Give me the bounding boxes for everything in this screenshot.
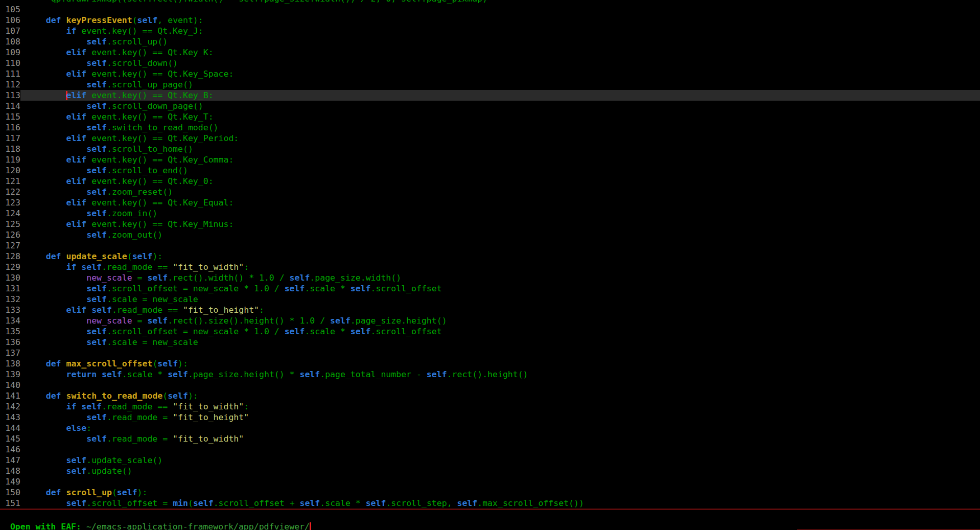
code-line[interactable]: 150 def scroll_up(self): bbox=[0, 487, 980, 498]
code-line[interactable]: 127 bbox=[0, 240, 980, 251]
code-token: event.key() == Qt.Key_0: bbox=[86, 176, 213, 186]
code-line[interactable]: 116 self.switch_to_read_mode() bbox=[0, 122, 980, 133]
code-token: qp.drawPixmap((self.rect().width() - sel… bbox=[26, 0, 487, 4]
code-token: .read_mode == bbox=[112, 305, 183, 315]
code-line[interactable]: 126 self.zoom_out() bbox=[0, 229, 980, 240]
code-line[interactable]: 141 def switch_to_read_mode(self): bbox=[0, 390, 980, 401]
line-number: 150 bbox=[0, 487, 20, 498]
code-line[interactable]: 129 if self.read_mode == "fit_to_width": bbox=[0, 262, 980, 272]
code-line[interactable]: 121 elif event.key() == Qt.Key_0: bbox=[0, 176, 980, 187]
code-token: ( bbox=[162, 391, 168, 401]
code-token: .scale * bbox=[122, 370, 168, 379]
code-line[interactable]: 143 self.read_mode = "fit_to_height" bbox=[0, 412, 980, 423]
code-text: self.scroll_offset = new_scale * 1.0 / s… bbox=[20, 283, 980, 294]
code-token: else bbox=[66, 423, 86, 433]
code-line[interactable]: 109 elif event.key() == Qt.Key_K: bbox=[0, 47, 980, 58]
code-text: return self.scale * self.page_size.heigh… bbox=[20, 369, 980, 380]
code-token: ( bbox=[132, 15, 137, 25]
code-token: update_scale bbox=[66, 251, 127, 261]
code-line[interactable]: 107 if event.key() == Qt.Key_J: bbox=[0, 26, 980, 36]
code-line[interactable]: 142 if self.read_mode == "fit_to_width": bbox=[0, 401, 980, 412]
code-line[interactable]: 136 self.scale = new_scale bbox=[0, 337, 980, 348]
code-token: self bbox=[86, 294, 107, 304]
code-line[interactable]: 119 elif event.key() == Qt.Key_Comma: bbox=[0, 154, 980, 165]
code-text: elif event.key() == Qt.Key_B: bbox=[20, 90, 980, 101]
code-line[interactable]: 144 else: bbox=[0, 423, 980, 433]
code-token: self bbox=[132, 251, 153, 261]
code-token: .rect().size().height() * 1.0 / bbox=[168, 316, 330, 326]
code-token: self bbox=[86, 58, 107, 68]
code-line[interactable]: qp.drawPixmap((self.rect().width() - sel… bbox=[0, 0, 980, 4]
emacs-frame: { "colors": { "background": "#000000", "… bbox=[0, 0, 980, 530]
code-line[interactable]: 138 def max_scroll_offset(self): bbox=[0, 358, 980, 369]
minibuffer[interactable]: Open with EAF: ~/emacs-application-frame… bbox=[0, 511, 310, 521]
code-token: event.key() == Qt.Key_Period: bbox=[86, 133, 239, 143]
code-line[interactable]: 118 self.scroll_to_home() bbox=[0, 144, 980, 154]
code-line[interactable]: 120 self.scroll_to_end() bbox=[0, 165, 980, 176]
code-line[interactable]: 108 self.scroll_up() bbox=[0, 36, 980, 47]
code-line[interactable]: 117 elif event.key() == Qt.Key_Period: bbox=[0, 133, 980, 144]
line-number: 106 bbox=[0, 15, 20, 26]
code-line[interactable]: 135 self.scroll_offset = new_scale * 1.0… bbox=[0, 326, 980, 337]
code-line[interactable]: 133 elif self.read_mode == "fit_to_heigh… bbox=[0, 305, 980, 315]
code-line[interactable]: 115 elif event.key() == Qt.Key_T: bbox=[0, 111, 980, 122]
code-token: event.key() == Qt.Key_Space: bbox=[86, 69, 234, 79]
code-text: self.scroll_down_page() bbox=[20, 101, 980, 111]
code-line[interactable]: 132 self.scale = new_scale bbox=[0, 294, 980, 305]
code-token bbox=[26, 144, 86, 154]
code-line[interactable]: 106 def keyPressEvent(self, event): bbox=[0, 15, 980, 26]
code-token bbox=[26, 209, 86, 218]
code-token: self bbox=[86, 434, 107, 444]
code-text: self.update_scale() bbox=[20, 455, 980, 466]
code-token: self bbox=[66, 455, 86, 465]
code-line[interactable]: 145 self.read_mode = "fit_to_width" bbox=[0, 433, 980, 444]
line-number: 139 bbox=[0, 369, 20, 380]
code-token: elif bbox=[66, 219, 86, 229]
code-token: .scroll_down_page() bbox=[107, 101, 203, 111]
code-line[interactable]: 134 new_scale = self.rect().size().heigh… bbox=[0, 315, 980, 326]
code-token: event.key() == Qt.Key_Equal: bbox=[86, 198, 234, 208]
code-text bbox=[20, 476, 980, 487]
code-line[interactable]: 149 bbox=[0, 476, 980, 487]
code-line[interactable]: 148 self.update() bbox=[0, 466, 980, 476]
code-line[interactable]: 139 return self.scale * self.page_size.h… bbox=[0, 369, 980, 380]
code-line[interactable]: 105 bbox=[0, 4, 980, 15]
code-token bbox=[26, 26, 66, 36]
code-text: self.scale = new_scale bbox=[20, 294, 980, 305]
code-line[interactable]: 125 elif event.key() == Qt.Key_Minus: bbox=[0, 219, 980, 229]
code-line[interactable]: 122 self.zoom_reset() bbox=[0, 187, 980, 197]
code-line[interactable]: 110 self.scroll_down() bbox=[0, 58, 980, 68]
code-line[interactable]: 146 bbox=[0, 444, 980, 455]
code-text: elif self.read_mode == "fit_to_height": bbox=[20, 305, 980, 315]
line-number: 127 bbox=[0, 240, 20, 251]
code-text: def update_scale(self): bbox=[20, 251, 980, 262]
code-line[interactable]: 137 bbox=[0, 348, 980, 358]
code-token: : bbox=[244, 402, 249, 411]
line-number: 140 bbox=[0, 380, 20, 390]
code-editor[interactable]: qp.drawPixmap((self.rect().width() - sel… bbox=[0, 0, 980, 509]
code-line[interactable]: 112 self.scroll_up_page() bbox=[0, 79, 980, 90]
code-line[interactable]: 128 def update_scale(self): bbox=[0, 251, 980, 262]
code-line[interactable]: 147 self.update_scale() bbox=[0, 455, 980, 466]
minibuffer-input[interactable]: ~/emacs-application-framework/app/pdfvie… bbox=[86, 522, 310, 530]
code-line[interactable]: 124 self.zoom_in() bbox=[0, 208, 980, 219]
code-token: self bbox=[102, 370, 122, 379]
code-line-current[interactable]: 113 elif event.key() == Qt.Key_B: bbox=[0, 90, 980, 101]
line-number: 121 bbox=[0, 176, 20, 187]
code-token bbox=[26, 359, 46, 368]
code-token: .update() bbox=[86, 466, 132, 476]
code-text: self.scroll_to_home() bbox=[20, 144, 980, 154]
code-line[interactable]: 131 self.scroll_offset = new_scale * 1.0… bbox=[0, 283, 980, 294]
code-token: self bbox=[285, 327, 305, 336]
code-line[interactable]: 130 new_scale = self.rect().width() * 1.… bbox=[0, 272, 980, 283]
code-line[interactable]: 151 self.scroll_offset = min(self.scroll… bbox=[0, 498, 980, 509]
minibuffer-cursor bbox=[310, 522, 311, 530]
code-token: def bbox=[46, 251, 61, 261]
code-token: "fit_to_width" bbox=[173, 262, 244, 272]
code-text: self.scroll_down() bbox=[20, 58, 980, 68]
code-token: .page_size.width() bbox=[310, 273, 401, 283]
code-line[interactable]: 111 elif event.key() == Qt.Key_Space: bbox=[0, 68, 980, 79]
code-line[interactable]: 114 self.scroll_down_page() bbox=[0, 101, 980, 111]
code-line[interactable]: 140 bbox=[0, 380, 980, 390]
code-line[interactable]: 123 elif event.key() == Qt.Key_Equal: bbox=[0, 197, 980, 208]
